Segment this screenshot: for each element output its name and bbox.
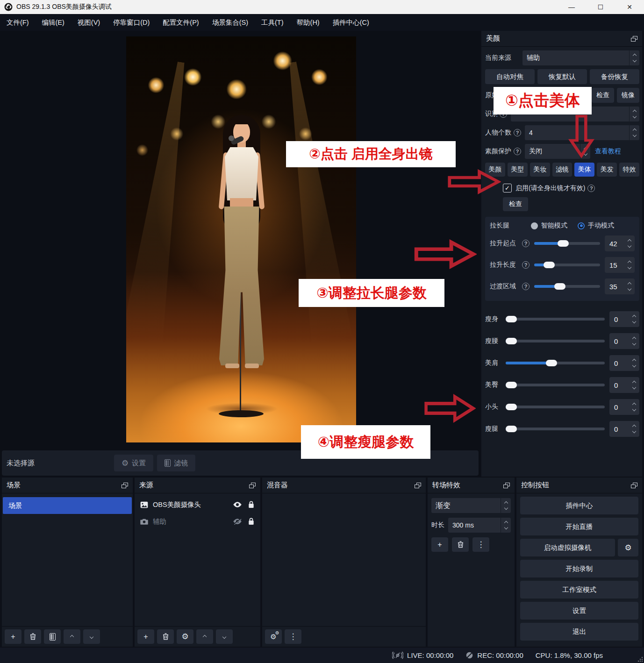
help-icon[interactable] bbox=[514, 129, 521, 136]
menu-docks[interactable]: 停靠窗口(D) bbox=[107, 14, 156, 31]
preview-canvas[interactable]: 未选择源 ⚙ 设置 滤镜 bbox=[0, 31, 480, 477]
transition-type-spinner[interactable] bbox=[501, 498, 511, 513]
tutorial-link[interactable]: 查看教程 bbox=[595, 147, 621, 156]
scene-list-item[interactable]: 场景 bbox=[3, 497, 132, 514]
add-transition-button[interactable]: + bbox=[431, 537, 448, 552]
slider-handle[interactable] bbox=[506, 426, 517, 432]
studio-mode-button[interactable]: 工作室模式 bbox=[520, 581, 638, 599]
menu-file[interactable]: 文件(F) bbox=[0, 14, 36, 31]
slim-leg-spinbox[interactable]: 0 bbox=[609, 421, 639, 437]
mirror-button[interactable]: 镜像 bbox=[617, 88, 639, 103]
add-scene-button[interactable]: + bbox=[5, 629, 21, 644]
move-scene-up-button[interactable] bbox=[64, 629, 80, 644]
slim-leg-slider[interactable] bbox=[506, 428, 605, 430]
source-list-item[interactable]: 辅助 bbox=[135, 513, 260, 530]
current-source-dropdown[interactable]: 辅助 bbox=[522, 50, 629, 65]
smart-mode-radio[interactable] bbox=[531, 222, 538, 229]
slim-waist-spinbox[interactable]: 0 bbox=[609, 333, 639, 349]
lift-length-slider[interactable] bbox=[534, 264, 600, 266]
slider-handle[interactable] bbox=[558, 240, 569, 247]
help-icon[interactable] bbox=[587, 185, 595, 192]
help-icon[interactable] bbox=[522, 240, 530, 247]
tab-effects[interactable]: 特效 bbox=[619, 163, 639, 177]
move-source-down-button[interactable] bbox=[216, 629, 233, 644]
move-scene-down-button[interactable] bbox=[83, 629, 100, 644]
duration-value[interactable]: 300 ms bbox=[448, 518, 501, 533]
plugin-center-button[interactable]: 插件中心 bbox=[520, 497, 638, 514]
tab-body[interactable]: 美体 bbox=[574, 163, 594, 177]
scene-filters-button[interactable] bbox=[44, 629, 61, 644]
slim-body-slider[interactable] bbox=[506, 318, 605, 321]
slider-handle[interactable] bbox=[506, 338, 517, 344]
minimize-button[interactable]: — bbox=[557, 0, 586, 14]
settings-button[interactable]: 设置 bbox=[520, 602, 638, 620]
start-streaming-button[interactable]: 开始直播 bbox=[520, 518, 638, 535]
remove-transition-button[interactable] bbox=[452, 537, 469, 552]
popout-icon[interactable] bbox=[631, 483, 637, 488]
lift-length-spinbox[interactable]: 15 bbox=[605, 257, 635, 273]
transition-properties-button[interactable]: ⋮ bbox=[472, 537, 489, 552]
person-count-spinner[interactable] bbox=[629, 125, 639, 140]
slider-handle[interactable] bbox=[506, 316, 517, 322]
manual-mode-radio[interactable] bbox=[578, 222, 585, 229]
source-properties-button[interactable]: ⚙ bbox=[177, 629, 193, 644]
slider-handle[interactable] bbox=[546, 360, 557, 366]
tab-shape[interactable]: 美型 bbox=[508, 163, 528, 177]
slim-body-spinbox[interactable]: 0 bbox=[609, 311, 639, 327]
menu-profile[interactable]: 配置文件(P) bbox=[156, 14, 205, 31]
resize-grip[interactable] bbox=[638, 657, 643, 662]
enable-checkbox[interactable] bbox=[503, 184, 512, 192]
beauty-shoulder-slider[interactable] bbox=[506, 362, 605, 364]
menu-tools[interactable]: 工具(T) bbox=[255, 14, 290, 31]
slider-handle[interactable] bbox=[554, 283, 565, 290]
popout-icon[interactable] bbox=[122, 483, 128, 488]
tab-makeup[interactable]: 美妆 bbox=[530, 163, 550, 177]
mixer-menu-button[interactable]: ⋮ bbox=[285, 629, 301, 644]
advanced-audio-button[interactable]: ⚙ bbox=[265, 629, 282, 644]
lift-start-spinbox[interactable]: 42 bbox=[605, 235, 635, 251]
lock-icon[interactable] bbox=[246, 501, 256, 508]
popout-icon[interactable] bbox=[503, 483, 510, 488]
remove-source-button[interactable] bbox=[157, 629, 174, 644]
move-source-up-button[interactable] bbox=[196, 629, 213, 644]
lift-start-slider[interactable] bbox=[534, 242, 600, 245]
transition-zone-spinbox[interactable]: 35 bbox=[605, 278, 635, 294]
autofocus-button[interactable]: 自动对焦 bbox=[485, 69, 535, 84]
restore-default-button[interactable]: 恢复默认 bbox=[537, 69, 587, 84]
source-list-item[interactable]: OBS美颜摄像头 bbox=[135, 496, 260, 513]
help-icon[interactable] bbox=[522, 261, 530, 269]
visibility-eye-icon[interactable] bbox=[233, 501, 242, 508]
virtual-camera-settings-button[interactable]: ⚙ bbox=[618, 539, 638, 556]
popout-icon[interactable] bbox=[631, 36, 637, 42]
menu-help[interactable]: 帮助(H) bbox=[290, 14, 326, 31]
beauty-hip-slider[interactable] bbox=[506, 384, 605, 386]
close-button[interactable]: ✕ bbox=[615, 0, 644, 14]
tab-hair[interactable]: 美发 bbox=[597, 163, 617, 177]
tab-filter[interactable]: 滤镜 bbox=[552, 163, 572, 177]
lock-icon[interactable] bbox=[246, 518, 256, 525]
source-properties-button[interactable]: ⚙ 设置 bbox=[114, 455, 153, 471]
beauty-shoulder-spinbox[interactable]: 0 bbox=[609, 355, 639, 371]
backup-restore-button[interactable]: 备份恢复 bbox=[590, 69, 639, 84]
menu-view[interactable]: 视图(V) bbox=[71, 14, 107, 31]
menu-scene-collection[interactable]: 场景集合(S) bbox=[206, 14, 255, 31]
start-recording-button[interactable]: 开始录制 bbox=[520, 560, 638, 577]
recognize-spinner[interactable] bbox=[629, 107, 639, 121]
current-source-spinner[interactable] bbox=[629, 50, 639, 65]
slider-handle[interactable] bbox=[544, 262, 555, 268]
small-head-spinbox[interactable]: 0 bbox=[609, 399, 639, 415]
help-icon[interactable] bbox=[522, 283, 530, 290]
beauty-hip-spinbox[interactable]: 0 bbox=[609, 377, 639, 393]
body-check-button[interactable]: 检查 bbox=[503, 197, 528, 211]
duration-spinner[interactable] bbox=[501, 518, 511, 533]
popout-icon[interactable] bbox=[249, 483, 256, 488]
slider-handle[interactable] bbox=[506, 382, 517, 388]
slim-waist-slider[interactable] bbox=[506, 340, 605, 342]
slider-handle[interactable] bbox=[506, 404, 517, 410]
remove-scene-button[interactable] bbox=[24, 629, 41, 644]
maximize-button[interactable]: ☐ bbox=[586, 0, 615, 14]
popout-icon[interactable] bbox=[415, 483, 421, 488]
visibility-eye-slash-icon[interactable] bbox=[233, 518, 242, 525]
menu-edit[interactable]: 编辑(E) bbox=[36, 14, 71, 31]
check-button[interactable]: 检查 bbox=[592, 88, 614, 103]
